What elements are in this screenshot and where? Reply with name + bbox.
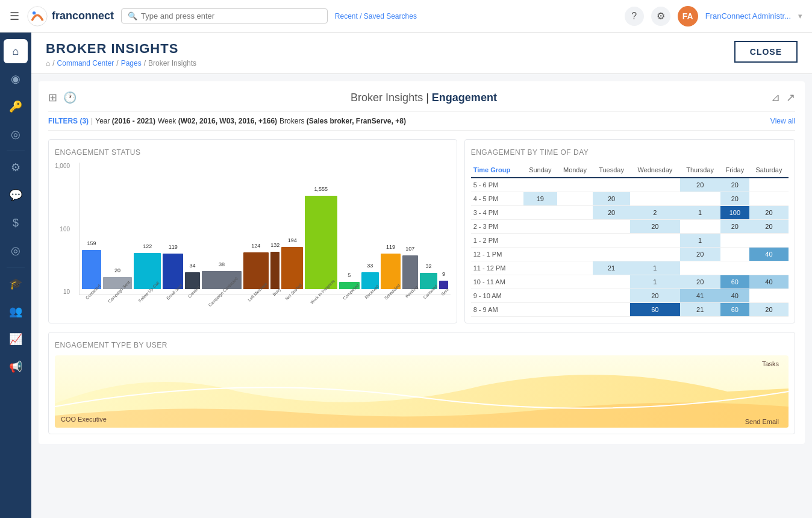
help-icon[interactable]: ? xyxy=(625,7,644,26)
time-cell-5-4: 20 xyxy=(680,248,720,261)
time-cell-7-1 xyxy=(557,275,593,289)
time-cell-5-5 xyxy=(720,248,749,261)
sidebar-item-leads[interactable]: ◉ xyxy=(4,67,28,91)
time-cell-4-3 xyxy=(630,234,679,248)
sidebar-item-marketing[interactable]: 📢 xyxy=(4,355,28,379)
breadcrumb-pages[interactable]: Pages xyxy=(121,59,142,67)
time-cell-6-2: 21 xyxy=(593,261,630,275)
time-cell-7-3: 1 xyxy=(630,275,679,289)
col-sunday-header: Sunday xyxy=(523,163,558,178)
recent-searches-link[interactable]: Recent / Saved Searches xyxy=(335,12,417,20)
engagement-status-title: ENGAGEMENT STATUS xyxy=(55,148,451,157)
history-icon[interactable]: 🕐 xyxy=(63,91,77,104)
export-icon[interactable]: ↗ xyxy=(786,91,795,104)
logo-text: franconnect xyxy=(52,10,114,22)
bar-value: 5 xyxy=(348,272,351,278)
bar-group: 194Not Started xyxy=(281,247,302,295)
search-input[interactable] xyxy=(141,11,321,20)
filters-bar: FILTERS (3) | Year (2016 - 2021) Week (W… xyxy=(48,111,795,131)
bar-value: 9 xyxy=(442,271,445,277)
engagement-time-title: ENGAGEMENT BY TIME OF DAY xyxy=(471,148,789,157)
time-cell-5-6: 40 xyxy=(749,248,789,261)
filter-sep-1: | xyxy=(91,117,93,125)
sidebar-item-analytics[interactable]: 📈 xyxy=(4,327,28,351)
menu-icon[interactable]: ☰ xyxy=(10,10,19,23)
sidebar-item-messages[interactable]: 💬 xyxy=(4,183,28,207)
time-table-row: 11 - 12 PM211 xyxy=(471,261,789,275)
time-table-row: 1 - 2 PM1 xyxy=(471,234,789,248)
user-dropdown-icon[interactable]: ▾ xyxy=(798,11,802,20)
report-title: Broker Insights | Engagement xyxy=(77,92,771,104)
bar-value: 119 xyxy=(386,244,395,250)
time-row-label: 10 - 11 AM xyxy=(471,275,523,289)
sidebar-item-home[interactable]: ⌂ xyxy=(4,39,28,63)
time-cell-1-2: 20 xyxy=(593,192,630,206)
time-cell-8-2 xyxy=(593,289,630,303)
bar-group: 9Sent xyxy=(439,281,448,295)
bar-value: 122 xyxy=(143,243,152,249)
bar-chart-area: 1,000 100 10 159Contacted20Campaign Sent… xyxy=(55,163,451,295)
wave-svg xyxy=(55,355,789,428)
page-header: BROKER INSIGHTS ⌂ / Command Center / Pag… xyxy=(31,33,812,74)
user-name[interactable]: FranConnect Administr... xyxy=(705,11,791,20)
close-button[interactable]: CLOSE xyxy=(734,41,798,63)
wave-chart: COO Executive Tasks Send Email xyxy=(55,355,789,428)
time-cell-3-6: 20 xyxy=(749,220,789,234)
time-cell-2-2: 20 xyxy=(593,206,630,220)
time-cell-7-0 xyxy=(523,275,558,289)
engagement-type-title: ENGAGEMENT TYPE BY USER xyxy=(55,341,789,349)
time-cell-0-4: 20 xyxy=(680,178,720,192)
view-all-link[interactable]: View all xyxy=(770,117,795,125)
sidebar-item-reports[interactable]: ◎ xyxy=(4,239,28,263)
bar-group: 33Received xyxy=(361,272,379,295)
sidebar-item-money[interactable]: $ xyxy=(4,211,28,235)
bar-group: 34Created xyxy=(185,272,200,295)
filter-action-icon[interactable]: ⊿ xyxy=(771,91,780,104)
table-icon[interactable]: ⊞ xyxy=(48,91,57,104)
bar-group: 38Campaign Contacted xyxy=(202,271,242,295)
breadcrumb-command-center[interactable]: Command Center xyxy=(57,59,114,67)
time-table-row: 2 - 3 PM202020 xyxy=(471,220,789,234)
breadcrumb-sep-1: / xyxy=(52,59,54,67)
sidebar-item-users[interactable]: 👥 xyxy=(4,299,28,323)
bar[interactable]: 1,555 xyxy=(305,196,337,289)
bar-group: 119Scheduled xyxy=(381,254,401,295)
sidebar-item-circle[interactable]: ◎ xyxy=(4,122,28,146)
y-axis-labels: 1,000 100 10 xyxy=(55,163,72,295)
y-label-100: 100 xyxy=(60,226,70,232)
page-title: BROKER INSIGHTS xyxy=(46,41,196,57)
bar-group: 107Pending xyxy=(402,255,418,295)
time-cell-6-4 xyxy=(680,261,720,275)
filter-label[interactable]: FILTERS (3) xyxy=(48,117,89,125)
time-cell-8-3: 20 xyxy=(630,289,679,303)
bars-container: 159Contacted20Campaign Sent122Follow Up … xyxy=(79,163,451,295)
sidebar-item-keys[interactable]: 🔑 xyxy=(4,95,28,119)
time-cell-0-2 xyxy=(593,178,630,192)
time-row-label: 12 - 1 PM xyxy=(471,248,523,261)
send-email-label: Send Email xyxy=(745,418,779,425)
report-area: ⊞ 🕐 Broker Insights | Engagement ⊿ ↗ xyxy=(39,81,805,444)
time-cell-4-6 xyxy=(749,234,789,248)
settings-icon[interactable]: ⚙ xyxy=(651,7,670,26)
time-row-label: 4 - 5 PM xyxy=(471,192,523,206)
report-actions: ⊿ ↗ xyxy=(771,91,795,104)
filter-year: Year (2016 - 2021) xyxy=(95,117,155,125)
engagement-type-section: ENGAGEMENT TYPE BY USER xyxy=(48,332,795,434)
time-table-row: 9 - 10 AM204140 xyxy=(471,289,789,303)
time-cell-7-5: 60 xyxy=(720,275,749,289)
time-cell-1-5: 20 xyxy=(720,192,749,206)
time-cell-6-3: 1 xyxy=(630,261,679,275)
search-bar[interactable]: 🔍 xyxy=(121,8,328,23)
sidebar: ⌂ ◉ 🔑 ◎ ⚙ 💬 $ ◎ 🎓 👥 📈 📢 xyxy=(0,33,31,518)
bar-group: 5Completed xyxy=(339,282,360,295)
time-table-row: 8 - 9 AM60216020 xyxy=(471,303,789,317)
avatar[interactable]: FA xyxy=(678,6,698,27)
time-cell-9-1 xyxy=(557,303,593,317)
bar[interactable]: 132 xyxy=(270,252,280,289)
time-cell-0-5: 20 xyxy=(720,178,749,192)
time-cell-1-0: 19 xyxy=(523,192,558,206)
time-cell-0-1 xyxy=(557,178,593,192)
sidebar-item-training[interactable]: 🎓 xyxy=(4,272,28,296)
time-cell-9-3: 60 xyxy=(630,303,679,317)
sidebar-item-settings[interactable]: ⚙ xyxy=(4,155,28,179)
